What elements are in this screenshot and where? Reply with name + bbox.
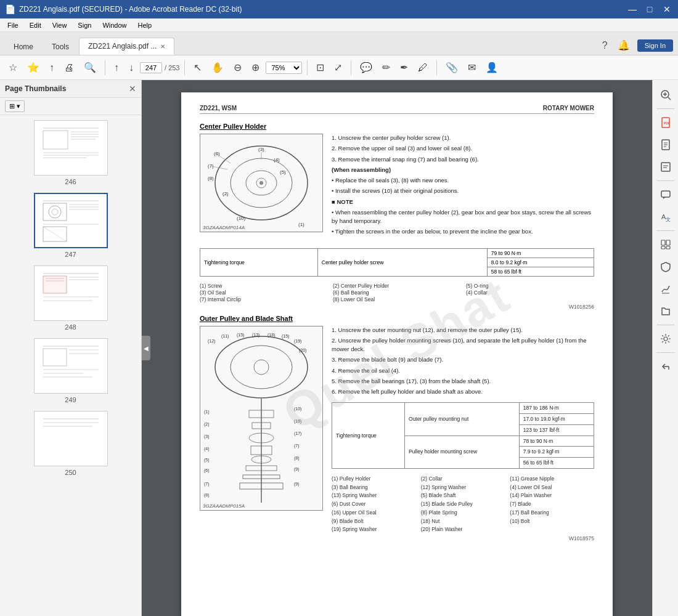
menu-help[interactable]: Help xyxy=(133,20,157,30)
tools-right-button[interactable] xyxy=(655,329,677,349)
tab-tools-label: Tools xyxy=(52,43,69,51)
next-page-button[interactable]: ↓ xyxy=(125,60,137,76)
svg-text:(2): (2) xyxy=(223,191,229,197)
share-button[interactable]: ↑ xyxy=(46,60,58,76)
attach-button[interactable]: 📎 xyxy=(442,59,462,76)
torque-val-1a: 79 to 90 N·m xyxy=(487,248,594,257)
torque-table-2: Tightening torque Outer pulley mounting … xyxy=(332,402,594,469)
highlight-button[interactable]: ✏ xyxy=(378,59,394,76)
step2-4: 4. Remove the oil seal (4). xyxy=(332,367,594,375)
svg-text:PDF: PDF xyxy=(664,121,670,125)
parts-list-2: (1) Pulley Holder (2) Collar (11) Grease… xyxy=(332,475,594,533)
shield-icon xyxy=(660,261,671,272)
grid-icon: ⊞ xyxy=(9,102,15,110)
reassemble-1: • Replace the oil seals (3), (8) with ne… xyxy=(332,176,594,185)
svg-rect-106 xyxy=(661,163,670,171)
notifications-button[interactable]: 🔔 xyxy=(615,38,632,52)
draw-button[interactable]: ✒ xyxy=(396,59,412,76)
torque-val-2b1: 78 to 90 N·m xyxy=(519,436,594,447)
thumb-svg-250 xyxy=(37,414,105,463)
zoom-out-toolbar[interactable]: 🔍 xyxy=(80,59,100,76)
part1-6: (6) Ball Bearing xyxy=(333,290,461,296)
page-area[interactable]: Quel Shat ZD221, WSM ROTARY MOWER Center… xyxy=(142,80,652,616)
thumb-label-250: 250 xyxy=(65,469,76,476)
step1-2: 2. Remove the upper oil seal (3) and low… xyxy=(332,144,594,153)
translate-button[interactable]: A文 xyxy=(655,207,677,227)
hand-tool-button[interactable]: ✋ xyxy=(208,59,227,76)
thumbnail-249[interactable]: 249 xyxy=(2,338,139,403)
star-button[interactable]: ⭐ xyxy=(23,59,43,76)
minimize-button[interactable]: — xyxy=(626,4,639,14)
create-pdf-button[interactable] xyxy=(655,135,677,155)
thumbnail-246[interactable]: 246 xyxy=(2,120,139,185)
collapse-sidebar-button[interactable]: ◀ xyxy=(142,336,150,360)
step2-6: 6. Remove the left pulley holder and bla… xyxy=(332,387,594,396)
organize-button[interactable] xyxy=(655,235,677,254)
svg-text:(7): (7) xyxy=(204,482,210,487)
sign-right-button[interactable] xyxy=(655,279,677,299)
security-button[interactable] xyxy=(655,257,677,277)
tab-document[interactable]: ZD221 Anglais.pdf ... ✕ xyxy=(79,38,174,55)
part2-16: (16) Upper Oil Seal xyxy=(332,509,416,517)
zoom-select[interactable]: 75% 50% 100% 125% 150% xyxy=(266,62,302,74)
maximize-button[interactable]: □ xyxy=(643,4,656,14)
menu-view[interactable]: View xyxy=(47,20,72,30)
sidebar-close-button[interactable]: ✕ xyxy=(129,84,136,94)
back-button[interactable] xyxy=(655,357,677,376)
menu-file[interactable]: File xyxy=(2,20,23,30)
select-tool-button[interactable]: ↖ xyxy=(190,59,205,76)
section2-text: 1. Unscrew the outer mounting nut (12), … xyxy=(332,326,594,548)
svg-rect-109 xyxy=(661,191,670,197)
thumbnail-250[interactable]: 250 xyxy=(2,411,139,476)
edit-pdf-button[interactable] xyxy=(655,157,677,177)
files-button[interactable] xyxy=(655,301,677,321)
zoom-in-button[interactable]: ⊕ xyxy=(248,59,263,76)
torque-table-1: Tightening torque Center pulley holder s… xyxy=(200,248,594,277)
title-bar-controls[interactable]: — □ ✕ xyxy=(626,4,673,14)
add-bookmark-button[interactable]: ☆ xyxy=(5,59,21,76)
svg-text:(16): (16) xyxy=(294,419,301,424)
sidebar-header: Page Thumbnails ✕ xyxy=(0,80,141,98)
zoom-in-right-button[interactable] xyxy=(655,85,677,105)
thumbnail-247[interactable]: 247 xyxy=(2,193,139,258)
stamp-button[interactable]: 🖊 xyxy=(414,60,431,76)
fit-width-button[interactable]: ⤢ xyxy=(330,59,346,76)
email-button[interactable]: ✉ xyxy=(464,59,480,76)
zoom-in-icon xyxy=(660,89,671,100)
zoom-out-button[interactable]: ⊖ xyxy=(230,59,245,76)
menu-edit[interactable]: Edit xyxy=(25,20,46,30)
sign-icon xyxy=(660,283,671,294)
menu-sign[interactable]: Sign xyxy=(73,20,96,30)
sign-in-button[interactable]: Sign In xyxy=(637,39,673,52)
tab-close-icon[interactable]: ✕ xyxy=(160,43,165,50)
step2-2: 2. Unscrew the pulley holder mounting sc… xyxy=(332,336,594,354)
user-button[interactable]: 👤 xyxy=(482,59,502,76)
tab-tools[interactable]: Tools xyxy=(43,39,78,55)
sidebar-options-button[interactable]: ⊞ ▾ xyxy=(5,100,25,112)
svg-text:(3): (3) xyxy=(258,147,264,152)
help-button[interactable]: ? xyxy=(600,39,610,52)
menu-window[interactable]: Window xyxy=(97,20,131,30)
part2-2: (2) Collar xyxy=(421,475,505,483)
pdf-page-header: ZD221, WSM ROTARY MOWER xyxy=(200,105,594,114)
print-button[interactable]: 🖨 xyxy=(60,60,78,76)
svg-text:(19): (19) xyxy=(294,339,301,344)
tab-home[interactable]: Home xyxy=(5,39,42,55)
part1-2: (2) Center Pulley Holder xyxy=(333,283,461,289)
close-button[interactable]: ✕ xyxy=(661,4,673,14)
page-input[interactable] xyxy=(140,62,162,73)
thumbnail-248[interactable]: 248 xyxy=(2,265,139,331)
fit-page-button[interactable]: ⊡ xyxy=(312,59,328,76)
svg-point-117 xyxy=(664,337,668,341)
comment-right-button[interactable] xyxy=(655,185,677,205)
export-pdf-button[interactable]: PDF xyxy=(655,113,677,132)
sidebar-scroll[interactable]: 246 xyxy=(0,115,141,616)
title-bar-title: ZD221 Anglais.pdf (SECURED) - Adobe Acro… xyxy=(19,5,242,14)
thumb-label-246: 246 xyxy=(65,178,76,185)
wcode-2: W1018575 xyxy=(332,535,594,543)
prev-page-button[interactable]: ↑ xyxy=(110,60,123,76)
back-icon xyxy=(660,361,671,372)
right-sep-5 xyxy=(656,352,675,353)
comment-button[interactable]: 💬 xyxy=(356,59,376,76)
tab-home-label: Home xyxy=(14,43,33,51)
